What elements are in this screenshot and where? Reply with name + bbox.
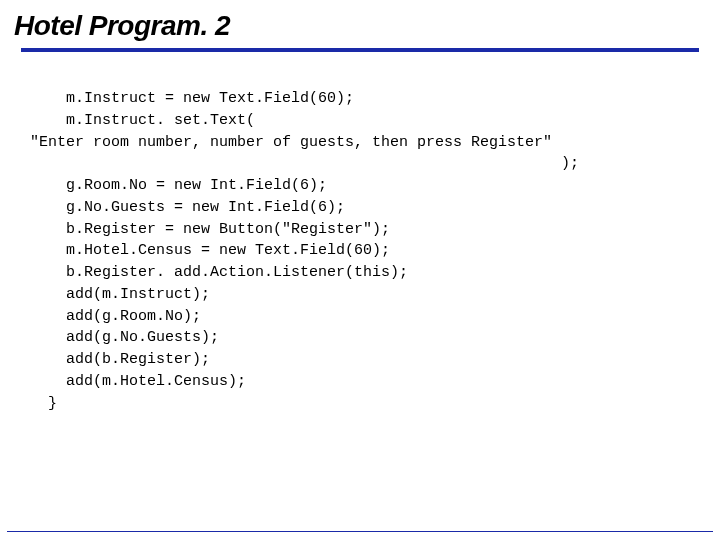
footer-line: [7, 531, 713, 532]
title-area: Hotel Program. 2: [0, 0, 720, 52]
code-block: m.Instruct = new Text.Field(60); m.Instr…: [0, 52, 720, 414]
slide-title: Hotel Program. 2: [14, 10, 706, 42]
slide: Hotel Program. 2 m.Instruct = new Text.F…: [0, 0, 720, 540]
